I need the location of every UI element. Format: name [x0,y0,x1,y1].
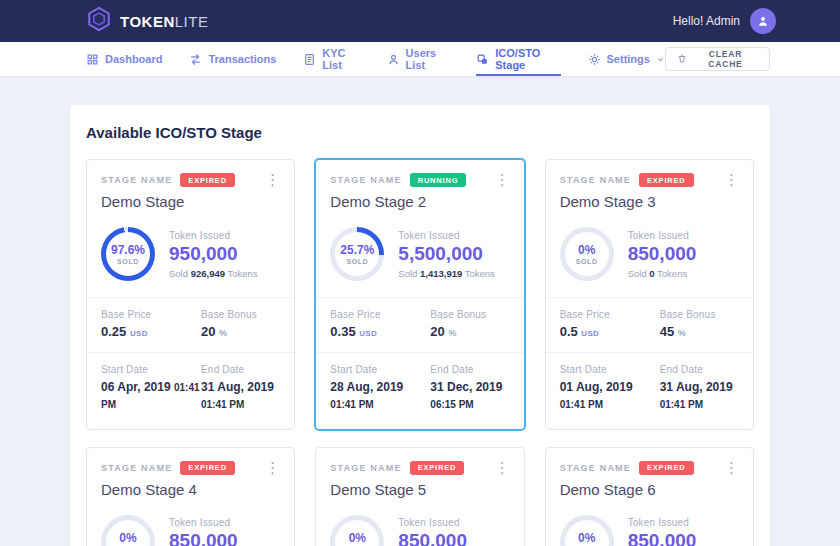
stage-title: Demo Stage 2 [330,193,509,210]
tokens-suffix: Tokens [465,268,495,279]
token-issued-label: Token Issued [628,517,697,528]
usd-unit: USD [130,329,148,338]
end-date-label: End Date [201,364,280,375]
sold-ring-label: SOLD [117,258,139,265]
sold-prefix: Sold [628,268,647,279]
base-bonus-value: 20 % [201,324,280,339]
sold-tokens-value: 926,949 [191,268,225,279]
start-date-value: 28 Aug, 2019 01:41 PM [330,379,430,413]
base-bonus-value: 20 % [430,324,509,339]
sold-prefix: Sold [398,268,417,279]
more-options-icon[interactable]: ⋮ [265,462,280,474]
base-price-label: Base Price [101,309,201,320]
percent-sold-value: 97.6% [111,243,145,257]
start-date-label: Start Date [330,364,430,375]
stage-name-label: STAGE NAME [330,175,401,185]
stage-name-label: STAGE NAME [101,175,172,185]
sold-progress-ring: 97.6% SOLD [101,227,155,281]
sold-progress-ring: 0% SOLD [101,515,155,546]
percent-sold-value: 0% [578,531,595,545]
more-options-icon[interactable]: ⋮ [495,174,510,186]
status-badge: EXPIRED [410,461,465,475]
nav-item-ico-sto-stage[interactable]: ICO/STO Stage [476,42,560,76]
more-options-icon[interactable]: ⋮ [724,462,739,474]
base-price-value: 0.25 USD [101,324,201,339]
token-issued-value: 850,000 [398,530,467,546]
nav-label: Settings [607,53,650,65]
token-issued-label: Token Issued [169,517,238,528]
sold-tokens-line: Sold 0 Tokens [628,268,697,279]
token-issued-value: 950,000 [169,243,258,265]
status-badge: EXPIRED [639,461,694,475]
percent-sold-value: 0% [349,531,366,545]
sold-ring-label: SOLD [576,258,598,265]
base-price-label: Base Price [560,309,660,320]
nav-item-settings[interactable]: Settings [588,42,665,76]
nav-label: Transactions [208,53,276,65]
page-title: Available ICO/STO Stage [86,124,754,141]
sold-progress-ring: 0% SOLD [560,515,614,546]
token-issued-label: Token Issued [628,230,697,241]
stage-title: Demo Stage 3 [560,193,739,210]
nav-label: Dashboard [105,53,162,65]
stage-name-label: STAGE NAME [560,463,631,473]
token-issued-label: Token Issued [169,230,258,241]
nav-item-kyc-list[interactable]: KYC List [303,42,359,76]
stage-panel: Available ICO/STO Stage STAGE NAME EXPIR… [70,105,770,546]
nav-item-transactions[interactable]: Transactions [189,42,276,76]
end-date-value: 31 Dec, 2019 06:15 PM [430,379,509,413]
percent-unit: % [219,328,227,338]
stage-card-demo-stage-4: STAGE NAME EXPIRED ⋮ Demo Stage 4 0% SOL… [86,447,295,546]
stage-card-demo-stage: STAGE NAME EXPIRED ⋮ Demo Stage 97.6% SO… [86,159,295,430]
brand-text: TOKENLITE [120,13,208,30]
nav-item-users-list[interactable]: Users List [387,42,450,76]
stage-name-label: STAGE NAME [101,463,172,473]
ico-stage-cube-icon [476,53,489,66]
chevron-down-icon [656,55,665,64]
more-options-icon[interactable]: ⋮ [495,462,510,474]
trash-icon [677,53,687,66]
base-price-label: Base Price [330,309,430,320]
start-date-value: 01 Aug, 2019 01:41 PM [560,379,660,413]
clear-cache-button[interactable]: CLEAR CACHE [665,47,770,71]
brand-hexagon-icon [86,6,112,36]
sold-tokens-value: 1,413,919 [420,268,462,279]
sold-prefix: Sold [169,268,188,279]
nav-label: Users List [406,47,450,71]
base-bonus-label: Base Bonus [201,309,280,320]
token-issued-value: 850,000 [628,530,697,546]
end-date-label: End Date [430,364,509,375]
clear-cache-label: CLEAR CACHE [693,49,758,69]
token-issued-value: 5,500,000 [398,243,495,265]
tokens-suffix: Tokens [227,268,257,279]
brand-logo[interactable]: TOKENLITE [86,6,208,36]
base-price-value: 0.35 USD [330,324,430,339]
sold-tokens-value: 0 [649,268,654,279]
sold-progress-ring: 25.7% SOLD [330,227,384,281]
token-issued-label: Token Issued [398,517,467,528]
sold-tokens-line: Sold 1,413,919 Tokens [398,268,495,279]
start-date-value: 06 Apr, 2019 01:41 PM [101,379,201,413]
tokens-suffix: Tokens [657,268,687,279]
kyc-document-icon [303,53,316,66]
user-avatar[interactable] [750,8,776,34]
sold-progress-ring: 0% SOLD [330,515,384,546]
settings-gear-icon [588,53,601,66]
start-date-label: Start Date [101,364,201,375]
token-issued-value: 850,000 [628,243,697,265]
start-date-label: Start Date [560,364,660,375]
stage-card-demo-stage-2: STAGE NAME RUNNING ⋮ Demo Stage 2 25.7% … [315,159,524,430]
percent-sold-value: 25.7% [340,243,374,257]
nav-item-dashboard[interactable]: Dashboard [86,42,162,76]
stage-name-label: STAGE NAME [560,175,631,185]
stage-card-demo-stage-5: STAGE NAME EXPIRED ⋮ Demo Stage 5 0% SOL… [315,447,524,546]
more-options-icon[interactable]: ⋮ [724,174,739,186]
base-price-value: 0.5 USD [560,324,660,339]
more-options-icon[interactable]: ⋮ [265,174,280,186]
end-date-value: 31 Aug, 2019 01:41 PM [660,379,739,413]
stage-title: Demo Stage [101,193,280,210]
stage-title: Demo Stage 4 [101,481,280,498]
token-issued-value: 850,000 [169,530,238,546]
transactions-swap-icon [189,53,202,66]
nav-label: ICO/STO Stage [495,47,560,71]
